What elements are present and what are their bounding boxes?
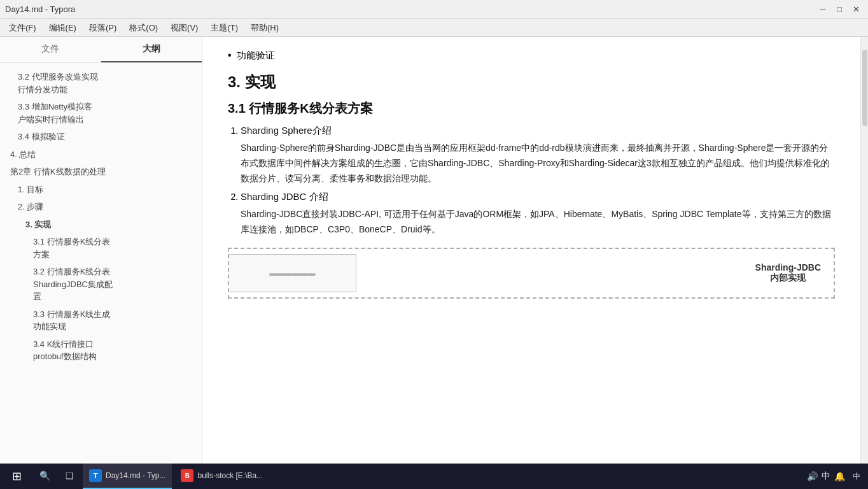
item1-title: Sharding Sphere介绍	[241, 125, 835, 137]
tab-outline[interactable]: 大纲	[101, 37, 202, 62]
outline-item-3-3-gen[interactable]: 3.3 行情服务K线生成功能实现	[0, 306, 202, 336]
bullet-text: 功能验证	[237, 50, 275, 62]
outline-item-3-2-proxy[interactable]: 3.2 代理服务改造实现行情分发功能	[0, 68, 202, 98]
list-item-1: Sharding Sphere介绍 Sharding-Sphere的前身Shar…	[241, 125, 835, 186]
windows-icon: ⊞	[12, 469, 22, 483]
outline-item-ch2[interactable]: 第2章 行情K线数据的处理	[0, 163, 202, 181]
list-item-2: Sharding JDBC 介绍 Sharding-JDBC直接封装JDBC-A…	[241, 191, 835, 237]
outline-item-3-4-proto[interactable]: 3.4 K线行情接口protobuf数据结构	[0, 336, 202, 365]
search-icon: 🔍	[39, 471, 50, 481]
bullet-item-verify: • 功能验证	[228, 50, 835, 62]
sidebar: 文件 大纲 3.2 代理服务改造实现行情分发功能 3.3 增加Netty模拟客户…	[0, 37, 202, 465]
ime-icon: 中	[822, 471, 830, 482]
window-controls: ─ □ ✕	[816, 3, 863, 17]
maximize-button[interactable]: □	[832, 3, 846, 17]
menu-theme[interactable]: 主题(T)	[204, 21, 244, 35]
numbered-list: Sharding Sphere介绍 Sharding-Sphere的前身Shar…	[228, 125, 835, 237]
taskbar: ⊞ 🔍 ❑ T Day14.md - Typ... B bulls-stock …	[0, 464, 868, 489]
outline-item-4-summary[interactable]: 4. 总结	[0, 146, 202, 164]
taskbar-search[interactable]: 🔍	[33, 464, 57, 489]
diagram-label: Sharding-JDBC内部实现	[755, 262, 821, 284]
diagram-left: ▬▬▬▬▬▬	[229, 254, 356, 292]
menu-format[interactable]: 格式(O)	[123, 21, 164, 35]
item1-body: Sharding-Sphere的前身Sharding-JDBC是由当当网的应用框…	[241, 141, 835, 186]
menu-view[interactable]: 视图(V)	[164, 21, 204, 35]
scrollbar-thumb[interactable]	[862, 50, 867, 126]
menu-file[interactable]: 文件(F)	[3, 21, 43, 35]
menu-bar: 文件(F) 编辑(E) 段落(P) 格式(O) 视图(V) 主题(T) 帮助(H…	[0, 19, 868, 37]
outline-item-3-1-kline[interactable]: 3.1 行情服务K线分表方案	[0, 233, 202, 263]
task-view-icon: ❑	[66, 471, 74, 481]
outline-item-1-target[interactable]: 1. 目标	[0, 181, 202, 199]
right-scrollbar[interactable]	[860, 37, 868, 465]
clock: 中	[853, 471, 860, 482]
close-button[interactable]: ✕	[849, 3, 863, 17]
diagram-area: ▬▬▬▬▬▬ Sharding-JDBC内部实现	[228, 248, 835, 299]
section3-title: 3. 实现	[228, 72, 835, 92]
bullet-dot: •	[228, 50, 232, 61]
volume-icon: 🔊	[807, 471, 818, 481]
outline-item-3-impl[interactable]: 3. 实现	[0, 216, 202, 234]
item2-title: Sharding JDBC 介绍	[241, 191, 835, 203]
menu-paragraph[interactable]: 段落(P)	[83, 21, 123, 35]
main-content[interactable]: • 功能验证 3. 实现 3.1 行情服务K线分表方案 Sharding Sph…	[202, 37, 860, 465]
window-title: Day14.md - Typora	[5, 4, 75, 14]
outline-item-2-steps[interactable]: 2. 步骤	[0, 198, 202, 216]
taskbar-task-view[interactable]: ❑	[59, 464, 80, 489]
app-body: 文件 大纲 3.2 代理服务改造实现行情分发功能 3.3 增加Netty模拟客户…	[0, 37, 868, 465]
taskbar-left: ⊞ 🔍 ❑ T Day14.md - Typ... B bulls-stock …	[3, 464, 269, 489]
bulls-app-icon: B	[181, 469, 193, 482]
section31-title: 3.1 行情服务K线分表方案	[228, 100, 835, 117]
taskbar-right: 🔊 中 🔔 中	[807, 471, 865, 482]
bulls-app-label: bulls-stock [E:\Ba...	[197, 471, 263, 480]
start-button[interactable]: ⊞	[3, 464, 31, 489]
item2-body: Sharding-JDBC直接封装JDBC-API, 可适用于任何基于Java的…	[241, 207, 835, 237]
outline-item-3-3-netty[interactable]: 3.3 增加Netty模拟客户端实时行情输出	[0, 98, 202, 128]
menu-edit[interactable]: 编辑(E)	[43, 21, 83, 35]
minimize-button[interactable]: ─	[816, 3, 830, 17]
notify-icon: 🔔	[834, 471, 845, 481]
typora-app-label: Day14.md - Typ...	[106, 471, 165, 480]
tab-file[interactable]: 文件	[0, 37, 101, 62]
taskbar-app-bulls[interactable]: B bulls-stock [E:\Ba...	[174, 464, 269, 489]
menu-help[interactable]: 帮助(H)	[244, 21, 285, 35]
outline-panel: 3.2 代理服务改造实现行情分发功能 3.3 增加Netty模拟客户端实时行情输…	[0, 63, 202, 465]
title-bar: Day14.md - Typora ─ □ ✕	[0, 0, 868, 19]
outline-item-3-4-mock[interactable]: 3.4 模拟验证	[0, 128, 202, 146]
sidebar-tabs: 文件 大纲	[0, 37, 202, 63]
outline-item-3-2-shardingjdbc[interactable]: 3.2 行情服务K线分表ShardingJDBC集成配置	[0, 263, 202, 306]
taskbar-app-typora[interactable]: T Day14.md - Typ...	[83, 464, 172, 489]
typora-app-icon: T	[89, 469, 102, 482]
system-tray: 🔊 中 🔔 中	[807, 471, 860, 482]
